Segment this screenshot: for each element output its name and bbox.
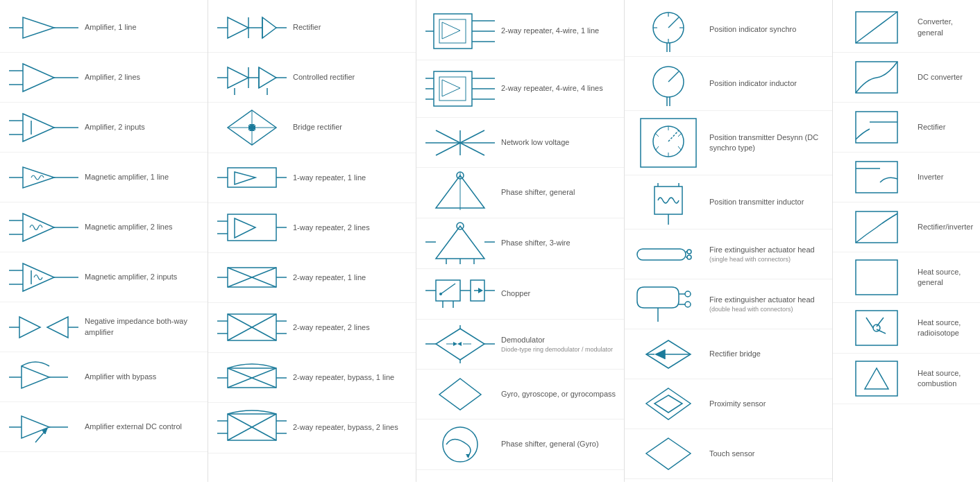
label-ampbypass: Amplifier with bypass xyxy=(82,372,202,382)
label-phaseshiftgen: Phase shifter, general xyxy=(498,187,618,198)
symbol-rep2w1l xyxy=(214,262,290,293)
label-proxsensor: Proximity sensor xyxy=(707,399,827,409)
symbol-heatsrcrad xyxy=(838,307,915,349)
row-convgen: Converter, general xyxy=(833,3,980,53)
symbol-netlowvolt xyxy=(422,123,498,162)
svg-marker-148 xyxy=(466,454,470,458)
svg-point-175 xyxy=(687,250,691,254)
label-amp2in: Amplifier, 2 inputs xyxy=(82,122,202,132)
label-heatsrcrad: Heat source, radioisotope xyxy=(915,318,980,339)
svg-marker-145 xyxy=(457,342,462,346)
svg-marker-26 xyxy=(19,317,40,338)
symbol-rect2 xyxy=(838,108,915,146)
symbol-rep1w2l xyxy=(214,209,290,247)
symbol-postransind xyxy=(630,180,707,225)
svg-marker-189 xyxy=(646,388,691,419)
symbol-touchsensor xyxy=(630,435,707,473)
symbol-proxsensor xyxy=(630,385,707,423)
row-ampdc: Amplifier external DC control xyxy=(0,402,208,452)
svg-marker-146 xyxy=(439,379,481,410)
symbol-fireextsingle xyxy=(630,241,707,268)
symbol-rep2wbypass1 xyxy=(214,358,290,397)
svg-rect-127 xyxy=(436,280,460,301)
symbol-rep2w2l xyxy=(214,309,290,347)
svg-point-181 xyxy=(685,302,691,307)
label-contrect: Controlled rectifier xyxy=(290,72,410,83)
symbol-posindsynchro xyxy=(630,7,707,52)
label-rep1w2l: 1-way repeater, 2 lines xyxy=(290,223,410,233)
row-dcconv: DC converter xyxy=(833,53,980,103)
row-rect2: Rectifier xyxy=(833,103,980,153)
svg-marker-143 xyxy=(453,342,457,346)
svg-marker-191 xyxy=(646,438,691,469)
svg-marker-97 xyxy=(442,22,460,39)
symbol-negimpamp xyxy=(6,310,82,345)
svg-marker-5 xyxy=(23,64,54,92)
row-phaseshift3w: Phase shifter, 3-wire xyxy=(416,218,624,269)
label-magamp2: Magnetic amplifier, 2 lines xyxy=(82,222,202,232)
label-phaseshiftgyro: Phase shifter, general (Gyro) xyxy=(498,439,618,449)
label-postransind: Position transmitter inductor xyxy=(707,197,827,207)
svg-marker-185 xyxy=(654,349,665,359)
label-magamp2in: Magnetic amplifier, 2 inputs xyxy=(82,272,202,282)
label-rect: Rectifier xyxy=(290,22,410,33)
row-fireextdouble: Fire extinguisher actuator head (double … xyxy=(625,279,832,329)
svg-point-176 xyxy=(687,255,691,259)
row-rep2w2l: 2-way repeater, 2 lines xyxy=(208,303,416,353)
row-rectinv: Rectifier/inverter xyxy=(833,202,980,252)
column-4: Position indicator synchro Position indi… xyxy=(625,0,833,482)
label-bridgerect: Bridge rectifier xyxy=(290,122,410,132)
row-posindsynchro: Position indicator synchro xyxy=(625,3,832,57)
symbol-heatsrccomb xyxy=(838,358,915,399)
svg-marker-40 xyxy=(262,17,276,38)
svg-marker-9 xyxy=(23,114,54,141)
svg-marker-68 xyxy=(235,218,255,238)
svg-marker-47 xyxy=(259,67,276,88)
svg-line-133 xyxy=(441,284,455,294)
svg-marker-1 xyxy=(23,17,54,38)
symbol-rectbridge xyxy=(630,337,707,372)
symbol-demod xyxy=(422,325,498,363)
symbol-heatsrcgen xyxy=(838,257,915,298)
label-convgen: Converter, general xyxy=(915,17,980,38)
label-touchsensor: Touch sensor xyxy=(707,449,827,459)
row-netlowvolt: Network low voltage xyxy=(416,118,624,168)
label-rep2w2l: 2-way repeater, 2 lines xyxy=(290,322,410,333)
row-rep2w1l: 2-way repeater, 1 line xyxy=(208,253,416,303)
svg-point-202 xyxy=(873,324,880,331)
row-proxsensor: Proximity sensor xyxy=(625,379,832,429)
label-fireextdouble: Fire extinguisher actuator head (double … xyxy=(707,295,827,314)
symbol-fireextdouble xyxy=(630,287,707,322)
label-fireextsingle: Fire extinguisher actuator head (single … xyxy=(707,245,827,264)
svg-line-168 xyxy=(656,146,659,150)
svg-line-169 xyxy=(656,134,659,137)
symbol-posindind xyxy=(630,61,707,106)
main-grid: Amplifier, 1 line Amplifier, 2 lines xyxy=(0,0,980,482)
svg-marker-106 xyxy=(442,80,460,96)
symbol-chopper xyxy=(422,273,498,315)
svg-point-134 xyxy=(439,293,442,295)
row-rep1w2l: 1-way repeater, 2 lines xyxy=(208,203,416,253)
row-contrect: Controlled rectifier xyxy=(208,53,416,103)
label-posindind: Position indicator inductor xyxy=(707,78,827,89)
row-posindind: Position indicator inductor xyxy=(625,57,832,111)
svg-rect-201 xyxy=(856,311,897,345)
row-rect: Rectifier xyxy=(208,3,416,53)
row-magamp2in: Magnetic amplifier, 2 inputs xyxy=(0,252,208,302)
label-demod: Demodulator Diode-type ring demodulator … xyxy=(498,335,618,354)
label-chopper: Chopper xyxy=(498,288,618,299)
symbol-rect xyxy=(214,14,290,42)
svg-rect-203 xyxy=(856,361,897,396)
label-phaseshift3w: Phase shifter, 3-wire xyxy=(498,238,618,248)
symbol-magamp1 xyxy=(6,164,82,191)
row-heatsrccomb: Heat source, combustion xyxy=(833,354,980,404)
label-heatsrcgen: Heat source, general xyxy=(915,267,980,288)
symbol-postransdesynn xyxy=(630,115,707,171)
svg-marker-131 xyxy=(478,288,483,293)
symbol-amp1 xyxy=(6,14,82,42)
row-gyro: Gyro, gyroscope, or gyrocompass xyxy=(416,370,624,419)
symbol-phaseshiftgen xyxy=(422,172,498,214)
row-postransind: Position transmitter inductor xyxy=(625,175,832,230)
svg-marker-190 xyxy=(654,395,682,413)
label-rectinv: Rectifier/inverter xyxy=(915,222,980,232)
